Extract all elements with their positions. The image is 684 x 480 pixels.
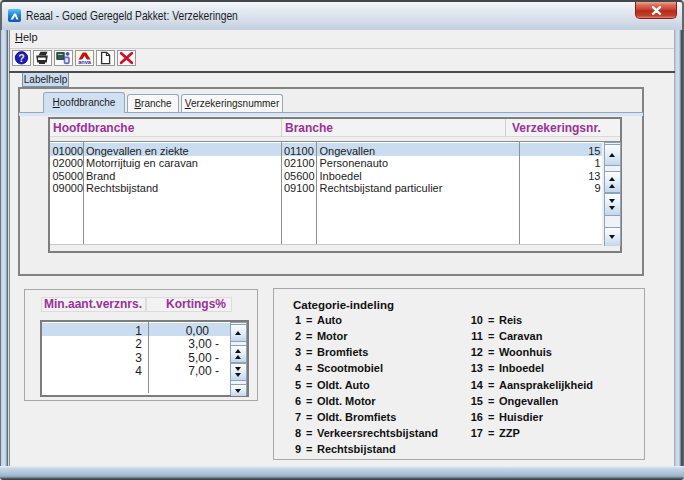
svg-text:anva: anva — [78, 59, 92, 65]
svg-text:?: ? — [18, 52, 24, 64]
